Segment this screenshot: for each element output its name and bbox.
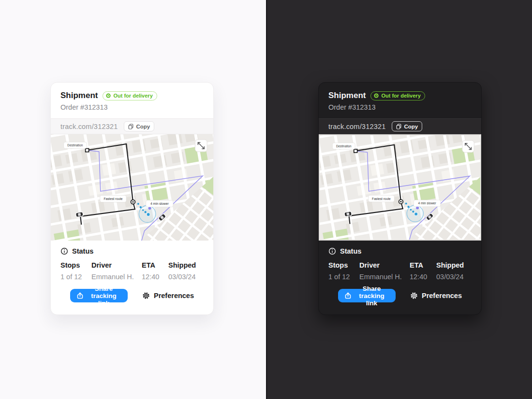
svg-text:4 min slower: 4 min slower bbox=[418, 201, 437, 205]
status-badge-label: Out for delivery bbox=[113, 93, 152, 99]
status-col-driver: Driver Emmanuel H. bbox=[91, 261, 142, 281]
status-section: Status Stops 1 of 12 Driver Emmanuel H. … bbox=[51, 241, 213, 302]
info-icon bbox=[60, 247, 68, 255]
gear-icon bbox=[142, 292, 150, 299]
tracking-url-bar: track.com/312321 Copy bbox=[319, 118, 481, 134]
tracking-url: track.com/312321 bbox=[60, 123, 118, 130]
vehicle-icon bbox=[344, 211, 352, 216]
fastest-route-marker bbox=[131, 200, 135, 204]
destination-label: Destination bbox=[332, 143, 355, 149]
expand-map-button[interactable] bbox=[462, 141, 474, 153]
status-heading: Status bbox=[340, 247, 361, 255]
order-number: Order #312313 bbox=[60, 103, 204, 111]
status-col-stops: Stops 1 of 12 bbox=[60, 261, 91, 281]
svg-text:Destination: Destination bbox=[67, 143, 83, 147]
share-icon bbox=[77, 292, 83, 299]
svg-text:Destination: Destination bbox=[336, 144, 352, 148]
status-section: Status Stops 1 of 12 Driver Emmanuel H. … bbox=[319, 241, 481, 302]
status-col-driver: Driver Emmanuel H. bbox=[359, 261, 410, 281]
map-image: Destination Fastest route 4 min slower bbox=[51, 134, 213, 241]
eta-value: 12:40 bbox=[142, 273, 168, 281]
driver-value: Emmanuel H. bbox=[359, 273, 410, 281]
clipboard-icon bbox=[128, 124, 133, 129]
slower-route-label: 4 min slower bbox=[146, 200, 173, 207]
tracking-url-bar: track.com/312321 Copy bbox=[51, 118, 213, 134]
card-title: Shipment bbox=[328, 91, 366, 100]
fastest-route-label: Fastest route bbox=[100, 196, 126, 202]
gear-icon bbox=[410, 292, 418, 299]
driver-value: Emmanuel H. bbox=[91, 273, 142, 281]
eta-value: 12:40 bbox=[410, 273, 436, 281]
copy-button[interactable]: Copy bbox=[392, 121, 422, 131]
driver-label: Driver bbox=[91, 261, 142, 269]
copy-button-label: Copy bbox=[136, 124, 150, 129]
status-col-stops: Stops 1 of 12 bbox=[328, 261, 359, 281]
driver-label: Driver bbox=[359, 261, 410, 269]
eta-label: ETA bbox=[410, 261, 436, 269]
status-col-eta: ETA 12:40 bbox=[142, 261, 168, 281]
stops-label: Stops bbox=[60, 261, 91, 269]
map-image: Destination Fastest route 4 min slower bbox=[320, 135, 480, 240]
card-title: Shipment bbox=[60, 91, 98, 100]
card-header: Shipment Out for delivery Order #312313 bbox=[319, 83, 481, 118]
fastest-route-label: Fastest route bbox=[369, 195, 395, 202]
eta-label: ETA bbox=[142, 261, 168, 269]
share-tracking-link-button[interactable]: Share tracking link bbox=[338, 289, 396, 302]
shipped-label: Shipped bbox=[436, 261, 464, 269]
destination-label: Destination bbox=[64, 142, 87, 149]
status-badge-label: Out for delivery bbox=[381, 93, 420, 99]
share-button-label: Share tracking link bbox=[355, 285, 389, 307]
map-canvas[interactable]: Destination Fastest route 4 min slower bbox=[51, 134, 213, 241]
destination-marker bbox=[354, 149, 357, 153]
status-col-shipped: Shipped 03/03/24 bbox=[436, 261, 464, 281]
share-tracking-link-button[interactable]: Share tracking link bbox=[70, 289, 128, 302]
copy-button[interactable]: Copy bbox=[124, 121, 154, 131]
order-number: Order #312313 bbox=[328, 103, 472, 111]
shipped-value: 03/03/24 bbox=[436, 273, 464, 281]
shipment-card-light: Shipment Out for delivery Order #312313 … bbox=[50, 82, 214, 315]
shipped-label: Shipped bbox=[168, 261, 196, 269]
shipped-value: 03/03/24 bbox=[168, 273, 196, 281]
status-badge: Out for delivery bbox=[103, 91, 157, 100]
fastest-route-marker bbox=[399, 200, 403, 204]
status-col-shipped: Shipped 03/03/24 bbox=[168, 261, 196, 281]
preferences-button[interactable]: Preferences bbox=[142, 292, 194, 299]
copy-button-label: Copy bbox=[404, 124, 418, 129]
svg-text:Fastest route: Fastest route bbox=[372, 197, 391, 200]
card-header: Shipment Out for delivery Order #312313 bbox=[51, 83, 213, 118]
slower-route-label: 4 min slower bbox=[414, 200, 441, 207]
clipboard-icon bbox=[396, 124, 401, 129]
vehicle-icon bbox=[75, 212, 83, 217]
status-badge: Out for delivery bbox=[370, 91, 425, 100]
svg-text:4 min slower: 4 min slower bbox=[150, 202, 169, 205]
info-icon bbox=[328, 247, 336, 255]
shipment-card-dark: Shipment Out for delivery Order #312313 … bbox=[318, 82, 482, 315]
preferences-button-label: Preferences bbox=[422, 292, 462, 299]
expand-map-button[interactable] bbox=[195, 140, 207, 152]
preferences-button-label: Preferences bbox=[154, 292, 194, 299]
status-col-eta: ETA 12:40 bbox=[410, 261, 436, 281]
delivery-dot-icon bbox=[374, 93, 379, 98]
share-button-label: Share tracking link bbox=[87, 285, 121, 307]
status-heading: Status bbox=[72, 247, 93, 255]
svg-text:Fastest route: Fastest route bbox=[103, 197, 122, 200]
tracking-url: track.com/312321 bbox=[328, 123, 385, 130]
delivery-dot-icon bbox=[106, 93, 111, 98]
destination-marker bbox=[86, 149, 89, 152]
stops-label: Stops bbox=[328, 261, 359, 269]
preferences-button[interactable]: Preferences bbox=[410, 292, 462, 299]
share-icon bbox=[345, 292, 351, 299]
stops-value: 1 of 12 bbox=[328, 273, 359, 281]
stops-value: 1 of 12 bbox=[60, 273, 91, 281]
map-canvas[interactable]: Destination Fastest route 4 min slower bbox=[319, 134, 481, 241]
